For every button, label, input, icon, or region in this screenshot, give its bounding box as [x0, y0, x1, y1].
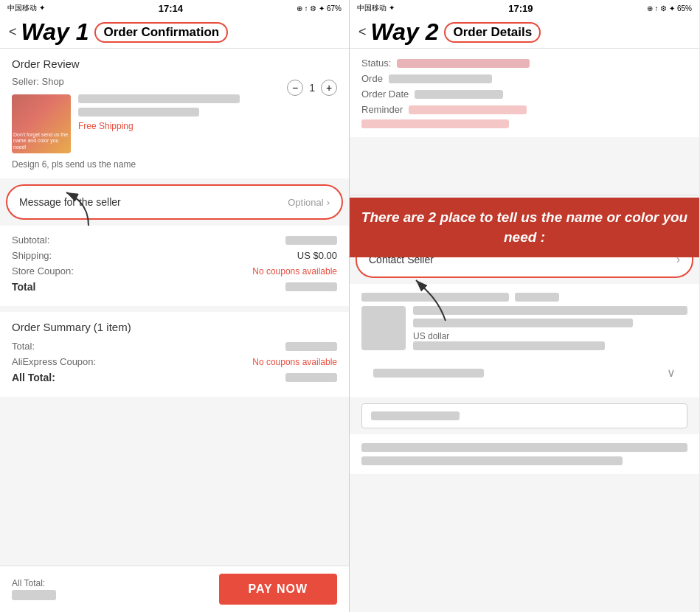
- reminder-value-blur: [409, 105, 527, 114]
- arrow-svg-right: [409, 277, 482, 328]
- free-shipping-label: Free Shipping: [78, 121, 280, 131]
- bottom-blur-2: [361, 456, 623, 465]
- coupon-value[interactable]: No coupons available: [252, 266, 337, 277]
- aliexpress-coupon-value[interactable]: No coupons available: [252, 357, 337, 367]
- right-product-section: US dollar ∨: [350, 284, 699, 397]
- subtotal-row: Subtotal:: [12, 234, 337, 246]
- all-total-label: All Total:: [12, 372, 55, 383]
- pay-total-area: All Total:: [12, 578, 56, 600]
- left-way-label: Way 1: [21, 18, 89, 46]
- shipping-label: Shipping:: [12, 250, 52, 261]
- right-product-image: [361, 306, 406, 350]
- right-way-label: Way 2: [371, 18, 439, 46]
- coupon-row: Store Coupon: No coupons available: [12, 265, 337, 277]
- shipping-row: Shipping: US $0.00: [12, 250, 337, 261]
- right-status-bar: 中国移动 ✦ 17:19 ⊕ ↑ ⚙ ✦ 65%: [350, 0, 699, 16]
- input-value-blur: [371, 411, 460, 420]
- currency-text: US dollar: [413, 331, 687, 341]
- summary-total-row: Total:: [12, 341, 337, 352]
- right-nav-title: Order Details: [444, 22, 541, 43]
- left-back-button[interactable]: <: [9, 24, 17, 40]
- left-status-time: 17:14: [159, 3, 183, 14]
- order-review-section: Order Review Seller: Shop Don't forget s…: [0, 49, 349, 178]
- all-total-row: All Total:: [12, 372, 337, 383]
- dropdown-row[interactable]: ∨: [361, 360, 687, 386]
- input-box[interactable]: [361, 403, 687, 428]
- reminder-extra-blur: [361, 119, 509, 128]
- quantity-control: − 1 +: [287, 80, 337, 96]
- bottom-blur-1: [361, 443, 687, 452]
- product-name-blur-1: [78, 94, 240, 103]
- order-date-label: Order Date: [361, 88, 409, 100]
- order-summary-title: Order Summary (1 item): [12, 321, 337, 333]
- reminder-label: Reminder: [361, 104, 403, 115]
- pay-total-label: All Total:: [12, 578, 56, 588]
- subtotal-value-blur: [285, 236, 337, 245]
- order-summary-section: Order Summary (1 item) Total: AliExpress…: [0, 312, 349, 397]
- product-image-text: Don't forget send us the name and color …: [13, 132, 71, 150]
- pay-total-value-blur: [12, 590, 56, 600]
- order-value-blur: [389, 74, 492, 83]
- reminder-extra: [361, 119, 687, 128]
- order-info-row: Orde: [361, 73, 687, 84]
- message-optional: Optional ›: [288, 197, 330, 208]
- right-nav-bar: < Way 2 Order Details: [350, 16, 699, 49]
- product-image: Don't forget send us the name and color …: [12, 94, 71, 153]
- divider-1: [350, 195, 699, 195]
- right-product-price-blur: [413, 341, 605, 350]
- qty-decrease-button[interactable]: −: [287, 80, 303, 96]
- reminder-row: Reminder: [361, 104, 687, 115]
- aliexpress-coupon-label: AliExpress Coupon:: [12, 356, 96, 367]
- subtotal-label: Subtotal:: [12, 234, 49, 246]
- order-review-title: Order Review: [12, 58, 337, 70]
- total-value-blur: [285, 282, 337, 291]
- status-label: Status:: [361, 58, 391, 69]
- dropdown-value-blur: [373, 369, 484, 378]
- costs-section: Subtotal: Shipping: US $0.00 Store Coupo…: [0, 226, 349, 306]
- bottom-info-section: [350, 434, 699, 474]
- product-info: Free Shipping: [78, 94, 280, 136]
- right-phone-panel: 中国移动 ✦ 17:19 ⊕ ↑ ⚙ ✦ 65% < Way 2 Order D…: [350, 0, 699, 612]
- left-nav-bar: < Way 1 Order Confirmation: [0, 16, 349, 49]
- message-for-seller-row[interactable]: Message for the seller Optional ›: [6, 184, 343, 220]
- left-status-left: 中国移动 ✦: [7, 3, 45, 13]
- summary-total-label: Total:: [12, 341, 35, 352]
- right-status-left: 中国移动 ✦: [357, 3, 395, 13]
- right-blur-2: [515, 293, 559, 302]
- product-row: Don't forget send us the name and color …: [12, 94, 337, 153]
- qty-value: 1: [309, 82, 315, 94]
- right-status-time: 17:19: [508, 3, 533, 14]
- overlay-spacer: [350, 143, 699, 195]
- order-label: Orde: [361, 73, 383, 84]
- order-info-section: Status: Orde Order Date Reminder: [350, 49, 699, 137]
- coupon-label: Store Coupon:: [12, 265, 74, 277]
- status-value-blur: [397, 59, 530, 68]
- summary-total-blur: [285, 342, 337, 351]
- status-info-row: Status:: [361, 58, 687, 69]
- order-date-row: Order Date: [361, 88, 687, 100]
- left-phone-panel: 中国移动 ✦ 17:14 ⊕ ↑ ⚙ ✦ 67% < Way 1 Order C…: [0, 0, 350, 612]
- aliexpress-coupon-row: AliExpress Coupon: No coupons available: [12, 356, 337, 367]
- arrow-svg-left: [59, 189, 118, 233]
- right-status-right: ⊕ ↑ ⚙ ✦ 65%: [647, 4, 692, 13]
- product-name-blur-2: [78, 108, 199, 117]
- total-row: Total: [12, 281, 337, 293]
- right-back-button[interactable]: <: [358, 24, 367, 40]
- left-status-right: ⊕ ↑ ⚙ ✦ 67%: [297, 4, 342, 13]
- right-content: Status: Orde Order Date Reminder: [350, 49, 699, 612]
- design-note: Design 6, pls send us the name: [12, 159, 337, 170]
- overlay-banner: There are 2 place to tell us the name or…: [350, 198, 699, 257]
- dropdown-chevron-icon: ∨: [667, 366, 676, 380]
- left-nav-title: Order Confirmation: [94, 22, 228, 43]
- qty-increase-button[interactable]: +: [321, 80, 337, 96]
- left-status-bar: 中国移动 ✦ 17:14 ⊕ ↑ ⚙ ✦ 67%: [0, 0, 349, 16]
- left-content: Order Review Seller: Shop Don't forget s…: [0, 49, 349, 566]
- order-date-blur: [415, 90, 503, 99]
- shipping-value: US $0.00: [297, 250, 337, 261]
- all-total-blur: [285, 373, 337, 382]
- pay-section: All Total: PAY NOW: [0, 566, 349, 612]
- total-label: Total: [12, 281, 35, 293]
- seller-name: Shop: [41, 76, 63, 87]
- seller-label: Seller:: [12, 76, 39, 87]
- pay-now-button[interactable]: PAY NOW: [219, 574, 338, 605]
